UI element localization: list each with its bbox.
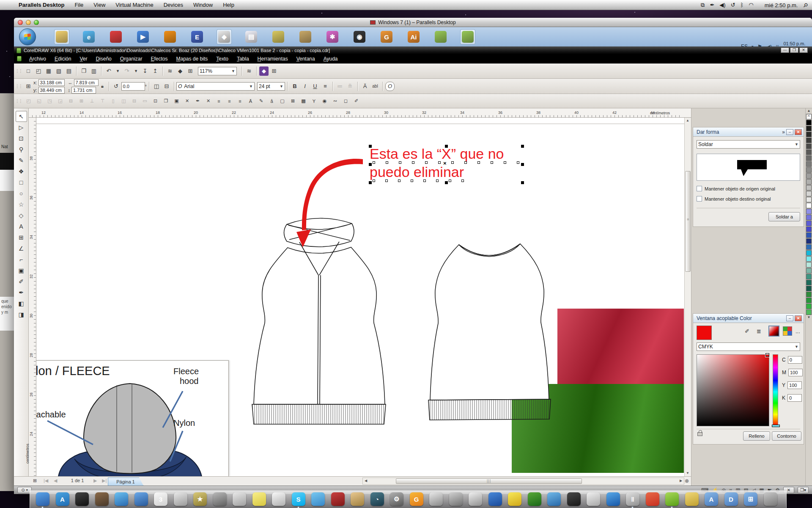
- parallels-icon[interactable]: ⧉: [701, 2, 705, 8]
- palette-swatch[interactable]: [806, 250, 812, 256]
- palette-swatch[interactable]: [806, 179, 812, 185]
- palette-swatch[interactable]: [806, 309, 812, 315]
- palette-swatch[interactable]: [806, 203, 812, 208]
- printer-app[interactable]: [271, 29, 286, 44]
- scroll-down-arrow[interactable]: ▼: [685, 470, 691, 476]
- toolbar3-icon-30[interactable]: ◻: [342, 97, 349, 105]
- selection-handle[interactable]: [521, 163, 524, 166]
- color-more-icon[interactable]: ...: [796, 328, 800, 334]
- pick-tool[interactable]: ↖: [16, 111, 27, 122]
- close-traffic-light[interactable]: [18, 20, 23, 25]
- skype[interactable]: S: [292, 492, 305, 506]
- macos-clock[interactable]: mié 2:50 p.m.: [765, 2, 798, 8]
- save-icon[interactable]: ▦: [44, 66, 53, 76]
- italic-button[interactable]: I: [300, 82, 310, 91]
- color-viewers-icon[interactable]: [768, 326, 779, 337]
- close-button[interactable]: ✕: [799, 47, 808, 53]
- welcome-screen-icon[interactable]: ⊞: [186, 66, 195, 76]
- palette-swatch[interactable]: [806, 268, 812, 273]
- palette-swatch[interactable]: [806, 161, 812, 167]
- facetime[interactable]: [134, 492, 148, 506]
- lock-icon[interactable]: [697, 432, 702, 436]
- bluetooth-icon[interactable]: ᛒ: [741, 2, 744, 8]
- messages[interactable]: [311, 492, 325, 506]
- palette-swatch[interactable]: [806, 274, 812, 279]
- toolbar-grip[interactable]: ⋮⋮: [15, 84, 22, 88]
- fill-tool[interactable]: ◧: [16, 298, 27, 309]
- palette-swatch[interactable]: [806, 126, 812, 131]
- shaping-docker-titlebar[interactable]: Dar forma » – ✕: [693, 127, 804, 137]
- toolbar3-icon-7[interactable]: ⊤: [99, 97, 106, 105]
- blend-tool[interactable]: ▣: [16, 265, 27, 276]
- toolbar3-icon-17[interactable]: ✕: [205, 97, 212, 105]
- zoom-traffic-light[interactable]: [34, 20, 39, 25]
- preview[interactable]: [95, 492, 109, 506]
- palette-swatch[interactable]: [806, 185, 812, 190]
- docker-close-button[interactable]: ✕: [795, 315, 802, 321]
- photo-booth[interactable]: [174, 492, 187, 506]
- orange-ball-app[interactable]: [162, 29, 178, 44]
- app-launcher-icon[interactable]: ◆: [176, 66, 185, 76]
- lock-ratio-icon[interactable]: 🔒︎: [99, 83, 106, 90]
- windows-explorer[interactable]: [54, 29, 69, 44]
- theater[interactable]: [331, 492, 345, 506]
- toolbar3-icon-12[interactable]: ⊡: [152, 97, 159, 105]
- toolbar3-icon-31[interactable]: ✐: [353, 97, 360, 105]
- object-width-field[interactable]: 7.819 cm: [74, 79, 99, 86]
- cyan-field[interactable]: 0: [788, 356, 802, 364]
- snap-options-button[interactable]: ≋: [244, 66, 254, 76]
- object-height-field[interactable]: 1.731 cm: [71, 87, 96, 94]
- magenta-field[interactable]: 100: [788, 369, 803, 376]
- system-preferences[interactable]: ⚙: [390, 492, 403, 506]
- toolbar3-icon-3[interactable]: ◲: [57, 97, 64, 105]
- palette-swatch[interactable]: [806, 304, 812, 309]
- toolbar3-icon-8[interactable]: ▯: [110, 97, 117, 105]
- molecule-app[interactable]: ✱: [325, 29, 340, 44]
- mirror-horizontal-button[interactable]: ◫: [152, 82, 161, 91]
- selection-handle[interactable]: [369, 181, 372, 184]
- media-player[interactable]: ▶: [135, 29, 151, 44]
- folder-yellow[interactable]: [685, 492, 699, 506]
- add-page-icon[interactable]: ⊞: [33, 478, 37, 483]
- restore-button[interactable]: ❐: [790, 47, 798, 53]
- new-document-icon[interactable]: □: [24, 66, 33, 76]
- toolbar3-icon-21[interactable]: Ä: [247, 97, 254, 105]
- palette-scroll-up-icon[interactable]: ▲: [806, 108, 812, 113]
- safari[interactable]: [115, 492, 128, 506]
- palette-swatch[interactable]: [806, 149, 812, 155]
- parallels-vm[interactable]: ‖: [626, 492, 639, 506]
- vm-view-mode-button[interactable]: ❐▾: [798, 487, 809, 493]
- shaping-mode-combo[interactable]: Soldar▼: [697, 140, 800, 149]
- palette-swatch[interactable]: [806, 244, 812, 250]
- menu-edición[interactable]: Edición: [50, 55, 75, 63]
- macmenu-item-window[interactable]: Window: [188, 2, 218, 8]
- toolbar3-icon-15[interactable]: ✕: [184, 97, 191, 105]
- menu-efectos[interactable]: Efectos: [146, 55, 172, 63]
- toolbar3-icon-26[interactable]: ▩: [300, 97, 307, 105]
- export-icon[interactable]: ↥: [151, 66, 160, 76]
- zoom-level-combo[interactable]: 117%▼: [198, 67, 237, 75]
- undo-icon-dropdown[interactable]: ▾: [114, 67, 121, 75]
- text-tool[interactable]: A: [16, 221, 27, 232]
- selection-handle[interactable]: [445, 145, 448, 148]
- horizontal-scrollbar[interactable]: ◀ ||| ▶: [362, 478, 684, 485]
- edit-text-button[interactable]: abl: [370, 82, 380, 91]
- palette-swatch[interactable]: [806, 256, 812, 262]
- calendar[interactable]: 3: [154, 492, 167, 506]
- outline-pen-tool[interactable]: ✒: [16, 287, 27, 298]
- java-globe[interactable]: [528, 492, 541, 506]
- palette-swatch[interactable]: [806, 280, 812, 285]
- next-page-icon[interactable]: ▶: [93, 478, 97, 483]
- film-app[interactable]: [567, 492, 581, 506]
- paste-icon[interactable]: ▥: [89, 66, 99, 76]
- docker-close-button[interactable]: ✕: [795, 129, 802, 135]
- science-app[interactable]: [429, 492, 443, 506]
- palette-swatch[interactable]: [806, 215, 812, 220]
- camera-app[interactable]: ◉: [352, 29, 367, 44]
- selection-handle[interactable]: [369, 145, 372, 148]
- palette-swatch[interactable]: [806, 167, 812, 173]
- menu-texto[interactable]: Texto: [212, 55, 233, 63]
- menu-ayuda[interactable]: Ayuda: [319, 55, 342, 63]
- welcome-screen-button[interactable]: ⊞: [269, 66, 279, 76]
- color-docker-titlebar[interactable]: Ventana acoplable Color – ✕: [693, 314, 804, 323]
